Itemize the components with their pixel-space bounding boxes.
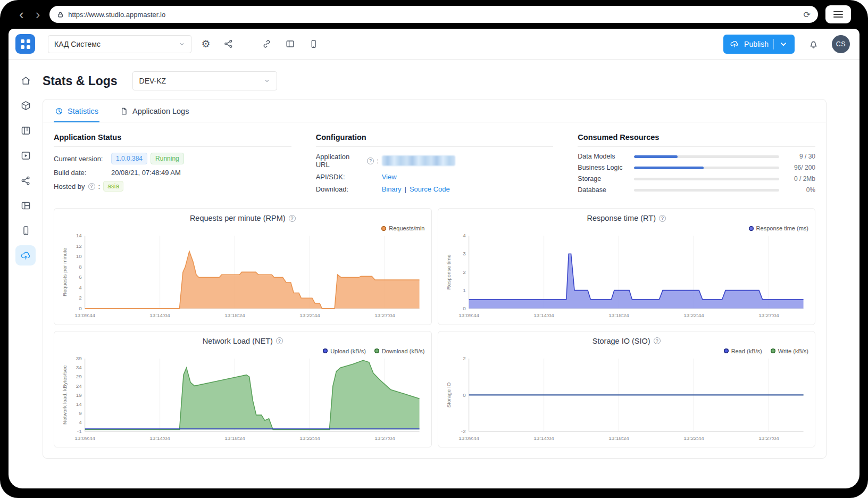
divider bbox=[578, 146, 815, 147]
environment-selector[interactable]: DEV-KZ bbox=[132, 71, 277, 90]
info-icon[interactable]: ? bbox=[367, 157, 374, 164]
download-label: Download: bbox=[316, 185, 379, 193]
refresh-icon[interactable]: ⟳ bbox=[804, 10, 811, 20]
tab-statistics[interactable]: Statistics bbox=[54, 99, 99, 122]
sidebar-item-web-apps[interactable] bbox=[15, 195, 36, 215]
kanban-board-icon bbox=[20, 125, 31, 136]
cloud-deploy-icon bbox=[20, 250, 31, 261]
browser-menu-button[interactable] bbox=[825, 5, 851, 23]
publish-button[interactable]: Publish bbox=[723, 35, 795, 54]
colon: : bbox=[377, 157, 379, 165]
version-badge[interactable]: 1.0.0.384 bbox=[111, 153, 147, 164]
svg-text:6: 6 bbox=[79, 274, 82, 280]
svg-text:9: 9 bbox=[79, 410, 82, 416]
api-sdk-row: API/SDK: View bbox=[316, 173, 554, 181]
legend-item[interactable]: Download (kB/s) bbox=[374, 347, 425, 355]
info-icon[interactable]: ? bbox=[654, 337, 661, 344]
integrations-button[interactable] bbox=[258, 36, 274, 52]
project-selector[interactable]: КАД Системс bbox=[48, 35, 191, 53]
info-icon[interactable]: ? bbox=[659, 215, 666, 222]
forward-button[interactable]: › bbox=[34, 7, 43, 21]
phone-icon bbox=[20, 225, 31, 236]
address-bar[interactable]: https://www.studio.appmaster.io ⟳ bbox=[49, 6, 818, 23]
section-title: Configuration bbox=[316, 133, 554, 142]
legend-dot-icon bbox=[323, 348, 328, 353]
svg-text:1: 1 bbox=[463, 287, 466, 293]
configuration-section: Configuration Application URL?: API/SDK:… bbox=[316, 133, 554, 197]
legend-dot-icon bbox=[374, 348, 379, 353]
legend-item[interactable]: Write (kB/s) bbox=[771, 347, 808, 355]
appmaster-logo-icon[interactable] bbox=[15, 34, 35, 54]
svg-text:13:22:44: 13:22:44 bbox=[683, 435, 704, 441]
svg-text:13:14:04: 13:14:04 bbox=[533, 435, 554, 441]
chart-title: Network Load (NET) bbox=[203, 337, 273, 345]
legend-dot-icon bbox=[771, 348, 775, 353]
share-button[interactable] bbox=[220, 36, 236, 52]
back-button[interactable]: ‹ bbox=[17, 7, 26, 21]
resource-label: Data Models bbox=[578, 153, 629, 160]
svg-text:Requests per minute: Requests per minute bbox=[62, 247, 68, 296]
sidebar-item-mobile-apps[interactable] bbox=[15, 220, 36, 240]
legend-label: Download (kB/s) bbox=[382, 348, 425, 354]
tab-statistics-label: Statistics bbox=[68, 107, 98, 115]
branch-nodes-icon bbox=[20, 175, 31, 186]
cube-icon bbox=[20, 100, 31, 111]
info-icon[interactable]: ? bbox=[88, 183, 95, 190]
chart-title: Requests per minute (RPM) bbox=[190, 214, 286, 222]
progress-bar bbox=[634, 189, 779, 192]
legend-item[interactable]: Upload (kB/s) bbox=[323, 347, 366, 355]
share-nodes-icon bbox=[223, 39, 233, 49]
resource-row-database: Database 0% bbox=[578, 186, 815, 194]
sidebar-item-home[interactable] bbox=[15, 70, 36, 90]
svg-text:0: 0 bbox=[463, 392, 466, 397]
svg-text:0: 0 bbox=[463, 305, 466, 311]
legend-item[interactable]: Read (kB/s) bbox=[724, 347, 762, 355]
legend-item[interactable]: Response time (ms) bbox=[749, 224, 808, 233]
avatar[interactable]: CS bbox=[832, 35, 850, 53]
api-sdk-label: API/SDK: bbox=[316, 173, 379, 181]
sidebar-item-business-logic[interactable] bbox=[15, 120, 36, 140]
notifications-button[interactable] bbox=[805, 36, 821, 52]
svg-text:Response time: Response time bbox=[445, 254, 451, 290]
view-link[interactable]: View bbox=[382, 173, 397, 181]
chevron-down-icon bbox=[179, 41, 185, 47]
sidebar-item-run[interactable] bbox=[15, 145, 36, 165]
sidebar-item-data-models[interactable] bbox=[15, 95, 36, 115]
tab-application-logs[interactable]: Application Logs bbox=[119, 99, 190, 122]
svg-text:12: 12 bbox=[76, 243, 82, 249]
chart-title: Storage IO (SIO) bbox=[592, 337, 650, 345]
sidebar bbox=[9, 60, 43, 488]
mobile-designer-button[interactable] bbox=[305, 36, 321, 52]
svg-text:19: 19 bbox=[76, 392, 82, 397]
svg-text:13:14:04: 13:14:04 bbox=[533, 312, 554, 318]
chart-canvas: -14914192429343913:09:4413:14:0413:18:24… bbox=[61, 355, 425, 445]
legend-label: Read (kB/s) bbox=[731, 348, 762, 354]
binary-link[interactable]: Binary bbox=[382, 185, 402, 193]
hosted-by-label: Hosted by bbox=[54, 182, 85, 190]
chart-response-time: Response time (RT)? Response time (ms) 0… bbox=[438, 208, 816, 325]
main-content: Stats & Logs DEV-KZ Statistics bbox=[43, 60, 859, 488]
legend-item[interactable]: Requests/min bbox=[381, 224, 424, 233]
source-code-link[interactable]: Source Code bbox=[410, 185, 450, 193]
play-square-icon bbox=[20, 150, 31, 161]
info-icon[interactable]: ? bbox=[289, 215, 296, 222]
gear-icon: ⚙ bbox=[201, 39, 210, 49]
build-date-value: 20/08/21, 07:48:49 AM bbox=[111, 169, 181, 177]
legend-dot-icon bbox=[381, 226, 386, 231]
application-url-value-redacted[interactable] bbox=[382, 155, 455, 166]
info-icon[interactable]: ? bbox=[276, 337, 283, 344]
sidebar-item-endpoints[interactable] bbox=[15, 170, 36, 190]
svg-text:2: 2 bbox=[463, 355, 466, 361]
web-designer-button[interactable] bbox=[282, 36, 298, 52]
page-title: Stats & Logs bbox=[43, 74, 118, 88]
avatar-initials: CS bbox=[836, 40, 846, 48]
resource-value: 0 / 2Mb bbox=[784, 175, 815, 182]
application-status-section: Application Status Current version: 1.0.… bbox=[54, 133, 291, 197]
publish-label: Publish bbox=[744, 40, 769, 48]
consumed-resources-section: Consumed Resources Data Models 9 / 30 Bu… bbox=[578, 133, 815, 197]
svg-text:13:27:04: 13:27:04 bbox=[374, 435, 395, 441]
application-url-label: Application URL bbox=[316, 153, 364, 169]
sidebar-item-deploy[interactable] bbox=[15, 245, 36, 265]
settings-button[interactable]: ⚙ bbox=[198, 36, 214, 52]
chart-title: Response time (RT) bbox=[587, 214, 656, 222]
